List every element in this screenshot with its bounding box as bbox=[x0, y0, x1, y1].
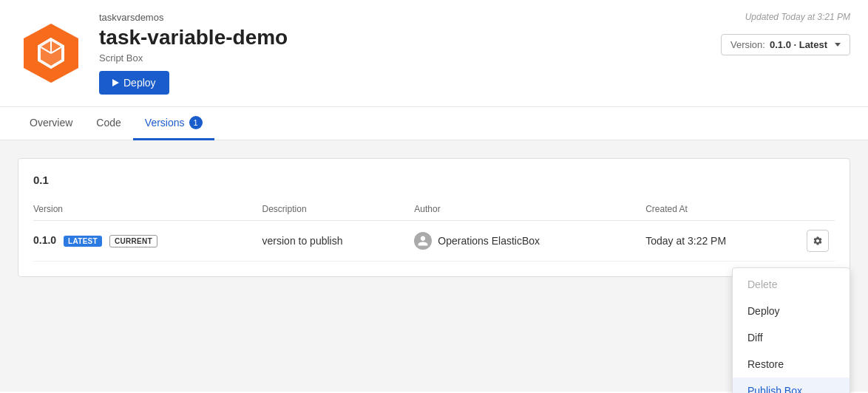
latest-badge: LATEST bbox=[64, 236, 102, 247]
actions-cell bbox=[798, 221, 835, 262]
table-row: 0.1.0 LATEST CURRENT version to publish bbox=[33, 221, 835, 262]
col-actions bbox=[798, 198, 835, 221]
tab-code[interactable]: Code bbox=[84, 107, 132, 140]
created-at-cell: Today at 3:22 PM bbox=[645, 221, 798, 262]
section-title: 0.1 bbox=[33, 174, 835, 186]
tab-overview[interactable]: Overview bbox=[18, 107, 84, 140]
version-number: 0.1.0 bbox=[33, 234, 56, 246]
version-selector[interactable]: Version: 0.1.0 · Latest bbox=[721, 34, 850, 55]
description-cell: version to publish bbox=[262, 221, 415, 262]
versions-badge: 1 bbox=[189, 116, 203, 129]
chevron-down-icon bbox=[835, 43, 841, 47]
gear-button[interactable] bbox=[807, 230, 829, 252]
col-description: Description bbox=[262, 198, 415, 221]
tab-versions[interactable]: Versions 1 bbox=[133, 107, 214, 140]
versions-card: 0.1 Version Description Author Created A… bbox=[18, 158, 850, 277]
author-cell: Operations ElasticBox bbox=[414, 221, 645, 262]
page-header: taskvarsdemos task-variable-demo Script … bbox=[0, 0, 868, 107]
col-author: Author bbox=[414, 198, 645, 221]
gear-icon bbox=[813, 236, 823, 246]
menu-item-restore[interactable]: Restore bbox=[733, 351, 850, 377]
version-cell: 0.1.0 LATEST CURRENT bbox=[33, 221, 262, 262]
deploy-button[interactable]: Deploy bbox=[99, 71, 169, 95]
tab-bar: Overview Code Versions 1 bbox=[0, 107, 868, 140]
author-name: Operations ElasticBox bbox=[438, 235, 540, 247]
versions-table: Version Description Author Created At 0.… bbox=[33, 198, 835, 262]
context-menu: Delete Deploy Diff Restore Publish Box bbox=[732, 267, 850, 392]
header-right: Updated Today at 3:21 PM Version: 0.1.0 … bbox=[721, 12, 850, 55]
updated-timestamp: Updated Today at 3:21 PM bbox=[745, 12, 850, 22]
version-value: 0.1.0 · Latest bbox=[770, 39, 827, 50]
menu-item-deploy[interactable]: Deploy bbox=[733, 298, 850, 324]
menu-item-diff[interactable]: Diff bbox=[733, 324, 850, 351]
menu-item-delete[interactable]: Delete bbox=[733, 271, 850, 298]
author-avatar bbox=[414, 232, 432, 250]
app-logo bbox=[18, 20, 84, 86]
play-icon bbox=[112, 79, 119, 86]
col-version: Version bbox=[33, 198, 262, 221]
menu-item-publish-box[interactable]: Publish Box bbox=[733, 377, 850, 392]
version-label: Version: bbox=[730, 39, 765, 50]
current-badge: CURRENT bbox=[109, 235, 157, 247]
col-created-at: Created At bbox=[645, 198, 798, 221]
